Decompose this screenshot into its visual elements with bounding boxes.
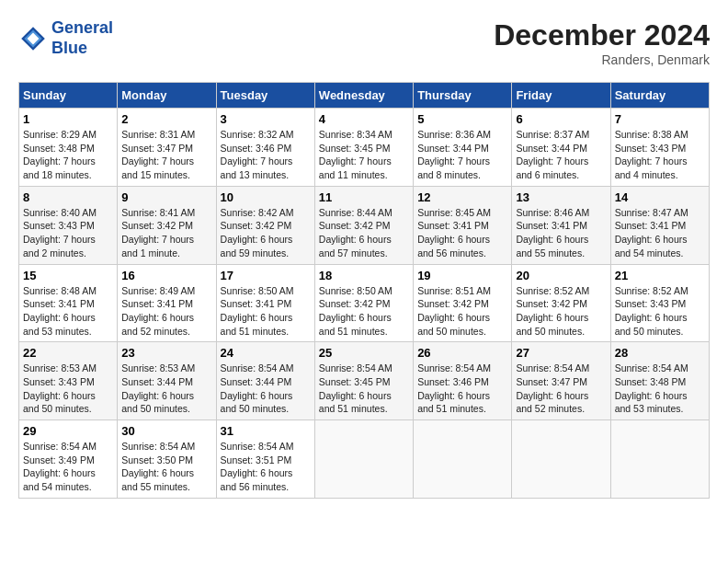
day-number: 15	[23, 269, 113, 282]
day-number: 20	[516, 269, 606, 282]
day-number: 27	[516, 346, 606, 360]
day-cell: 12Sunrise: 8:45 AMSunset: 3:41 PMDayligh…	[414, 186, 512, 264]
day-number: 12	[417, 190, 507, 204]
day-detail: Sunrise: 8:32 AMSunset: 3:46 PMDaylight:…	[221, 129, 294, 180]
day-detail: Sunrise: 8:54 AMSunset: 3:47 PMDaylight:…	[516, 362, 589, 414]
col-header-friday: Friday	[512, 83, 610, 109]
day-cell: 4Sunrise: 8:34 AMSunset: 3:45 PMDaylight…	[314, 109, 413, 187]
day-number: 2	[121, 112, 211, 126]
day-cell: 1Sunrise: 8:29 AMSunset: 3:48 PMDaylight…	[19, 109, 118, 187]
day-detail: Sunrise: 8:36 AMSunset: 3:44 PMDaylight:…	[417, 129, 491, 180]
week-row-3: 15Sunrise: 8:48 AMSunset: 3:41 PMDayligh…	[19, 264, 710, 342]
day-detail: Sunrise: 8:54 AMSunset: 3:45 PMDaylight:…	[319, 362, 392, 414]
day-cell: 31Sunrise: 8:54 AMSunset: 3:51 PMDayligh…	[216, 420, 314, 499]
day-number: 19	[417, 269, 507, 282]
day-detail: Sunrise: 8:54 AMSunset: 3:50 PMDaylight:…	[121, 441, 195, 492]
day-number: 18	[319, 269, 409, 282]
day-cell: 30Sunrise: 8:54 AMSunset: 3:50 PMDayligh…	[118, 420, 216, 499]
day-number: 17	[221, 269, 311, 282]
day-cell: 23Sunrise: 8:53 AMSunset: 3:44 PMDayligh…	[118, 342, 216, 420]
day-number: 28	[615, 346, 705, 360]
day-detail: Sunrise: 8:53 AMSunset: 3:43 PMDaylight:…	[23, 362, 97, 414]
day-number: 4	[319, 112, 409, 126]
day-detail: Sunrise: 8:41 AMSunset: 3:42 PMDaylight:…	[121, 207, 195, 259]
day-cell: 5Sunrise: 8:36 AMSunset: 3:44 PMDaylight…	[414, 109, 512, 187]
day-cell	[414, 420, 512, 499]
day-number: 21	[615, 269, 705, 282]
day-detail: Sunrise: 8:44 AMSunset: 3:42 PMDaylight:…	[319, 207, 392, 259]
day-number: 26	[417, 346, 507, 360]
day-cell: 2Sunrise: 8:31 AMSunset: 3:47 PMDaylight…	[118, 109, 216, 187]
day-number: 14	[615, 190, 705, 204]
day-number: 16	[121, 269, 211, 282]
day-cell: 10Sunrise: 8:42 AMSunset: 3:42 PMDayligh…	[216, 186, 314, 264]
day-cell: 8Sunrise: 8:40 AMSunset: 3:43 PMDaylight…	[19, 186, 118, 264]
day-detail: Sunrise: 8:49 AMSunset: 3:41 PMDaylight:…	[121, 285, 195, 337]
location: Randers, Denmark	[494, 52, 710, 67]
day-number: 24	[221, 346, 311, 360]
day-number: 1	[23, 112, 113, 126]
day-cell: 28Sunrise: 8:54 AMSunset: 3:48 PMDayligh…	[610, 342, 709, 420]
day-number: 6	[516, 112, 606, 126]
day-number: 23	[121, 346, 211, 360]
day-number: 22	[23, 346, 113, 360]
col-header-tuesday: Tuesday	[216, 83, 314, 109]
day-cell: 22Sunrise: 8:53 AMSunset: 3:43 PMDayligh…	[19, 342, 118, 420]
month-title: December 2024	[494, 18, 710, 52]
day-cell: 27Sunrise: 8:54 AMSunset: 3:47 PMDayligh…	[512, 342, 610, 420]
day-detail: Sunrise: 8:54 AMSunset: 3:51 PMDaylight:…	[221, 441, 294, 492]
logo-line2: Blue	[51, 39, 87, 57]
day-cell: 29Sunrise: 8:54 AMSunset: 3:49 PMDayligh…	[19, 420, 118, 499]
logo-line1: General	[51, 18, 113, 37]
day-cell: 3Sunrise: 8:32 AMSunset: 3:46 PMDaylight…	[216, 109, 314, 187]
day-detail: Sunrise: 8:51 AMSunset: 3:42 PMDaylight:…	[417, 285, 491, 337]
day-cell: 6Sunrise: 8:37 AMSunset: 3:44 PMDaylight…	[512, 109, 610, 187]
day-number: 3	[221, 112, 311, 126]
calendar-body: 1Sunrise: 8:29 AMSunset: 3:48 PMDaylight…	[19, 109, 710, 499]
day-detail: Sunrise: 8:47 AMSunset: 3:41 PMDaylight:…	[615, 207, 688, 259]
day-number: 9	[121, 190, 211, 204]
day-cell: 19Sunrise: 8:51 AMSunset: 3:42 PMDayligh…	[414, 264, 512, 342]
col-header-sunday: Sunday	[19, 83, 118, 109]
day-number: 30	[121, 424, 211, 438]
logo-text: General Blue	[51, 18, 113, 58]
day-cell: 20Sunrise: 8:52 AMSunset: 3:42 PMDayligh…	[512, 264, 610, 342]
day-detail: Sunrise: 8:50 AMSunset: 3:42 PMDaylight:…	[319, 285, 392, 337]
logo: General Blue	[18, 18, 113, 58]
day-cell: 14Sunrise: 8:47 AMSunset: 3:41 PMDayligh…	[610, 186, 709, 264]
day-detail: Sunrise: 8:54 AMSunset: 3:49 PMDaylight:…	[23, 441, 97, 492]
day-number: 5	[417, 112, 507, 126]
day-detail: Sunrise: 8:31 AMSunset: 3:47 PMDaylight:…	[121, 129, 195, 180]
day-cell: 24Sunrise: 8:54 AMSunset: 3:44 PMDayligh…	[216, 342, 314, 420]
col-header-saturday: Saturday	[610, 83, 709, 109]
day-number: 11	[319, 190, 409, 204]
day-number: 10	[221, 190, 311, 204]
day-detail: Sunrise: 8:54 AMSunset: 3:46 PMDaylight:…	[417, 362, 491, 414]
day-cell	[610, 420, 709, 499]
logo-icon	[18, 24, 48, 53]
week-row-5: 29Sunrise: 8:54 AMSunset: 3:49 PMDayligh…	[19, 420, 710, 499]
day-number: 31	[221, 424, 311, 438]
day-detail: Sunrise: 8:46 AMSunset: 3:41 PMDaylight:…	[516, 207, 589, 259]
day-number: 25	[319, 346, 409, 360]
day-detail: Sunrise: 8:53 AMSunset: 3:44 PMDaylight:…	[121, 362, 195, 414]
day-cell: 9Sunrise: 8:41 AMSunset: 3:42 PMDaylight…	[118, 186, 216, 264]
col-header-thursday: Thursday	[414, 83, 512, 109]
day-detail: Sunrise: 8:48 AMSunset: 3:41 PMDaylight:…	[23, 285, 97, 337]
day-cell: 7Sunrise: 8:38 AMSunset: 3:43 PMDaylight…	[610, 109, 709, 187]
day-detail: Sunrise: 8:38 AMSunset: 3:43 PMDaylight:…	[615, 129, 688, 180]
week-row-4: 22Sunrise: 8:53 AMSunset: 3:43 PMDayligh…	[19, 342, 710, 420]
day-cell: 21Sunrise: 8:52 AMSunset: 3:43 PMDayligh…	[610, 264, 709, 342]
day-detail: Sunrise: 8:54 AMSunset: 3:48 PMDaylight:…	[615, 362, 688, 414]
title-block: December 2024 Randers, Denmark	[494, 18, 710, 67]
day-detail: Sunrise: 8:45 AMSunset: 3:41 PMDaylight:…	[417, 207, 491, 259]
day-cell: 17Sunrise: 8:50 AMSunset: 3:41 PMDayligh…	[216, 264, 314, 342]
col-header-monday: Monday	[118, 83, 216, 109]
day-detail: Sunrise: 8:52 AMSunset: 3:42 PMDaylight:…	[516, 285, 589, 337]
day-detail: Sunrise: 8:42 AMSunset: 3:42 PMDaylight:…	[221, 207, 294, 259]
day-number: 13	[516, 190, 606, 204]
calendar-table: SundayMondayTuesdayWednesdayThursdayFrid…	[18, 82, 710, 499]
col-header-wednesday: Wednesday	[314, 83, 413, 109]
day-number: 8	[23, 190, 113, 204]
column-headers: SundayMondayTuesdayWednesdayThursdayFrid…	[19, 83, 710, 109]
